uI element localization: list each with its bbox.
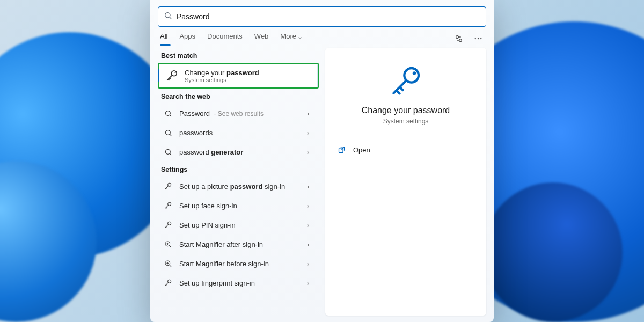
svg-point-9: [165, 111, 170, 115]
search-icon: [162, 107, 174, 119]
start-search-panel: All Apps Documents Web More ⌵ Best match: [150, 0, 494, 322]
open-label: Open: [353, 146, 370, 154]
svg-line-14: [170, 153, 171, 155]
svg-point-11: [165, 130, 170, 135]
tab-more[interactable]: More ⌵: [280, 32, 301, 45]
setting-pin-signin[interactable]: Set up PIN sign-in ›: [158, 215, 319, 235]
chevron-right-icon: ›: [307, 202, 314, 210]
svg-point-0: [165, 13, 170, 18]
web-result-password-generator[interactable]: password generator ›: [158, 142, 319, 162]
best-match-subtitle: System settings: [185, 77, 259, 83]
svg-point-17: [168, 222, 171, 225]
svg-point-4: [475, 38, 476, 39]
setting-magnifier-before[interactable]: Start Magnifier before sign-in ›: [158, 254, 319, 273]
magnifier-icon: [162, 238, 174, 250]
svg-line-1: [170, 17, 171, 19]
key-icon: [389, 64, 423, 98]
tab-web[interactable]: Web: [254, 32, 269, 45]
best-match-result[interactable]: Change your password System settings: [158, 63, 319, 89]
search-box[interactable]: [158, 6, 486, 27]
key-icon: [162, 180, 174, 192]
search-icon: [162, 127, 174, 138]
preview-title: Change your password: [336, 106, 475, 115]
chevron-right-icon: ›: [307, 240, 314, 248]
key-icon: [164, 68, 179, 83]
setting-magnifier-after[interactable]: Start Magnifier after sign-in ›: [158, 235, 319, 254]
open-action[interactable]: Open: [336, 140, 475, 160]
section-settings: Settings: [158, 162, 319, 177]
svg-point-28: [413, 71, 416, 75]
svg-point-3: [459, 39, 462, 41]
chevron-right-icon: ›: [307, 129, 314, 137]
chevron-right-icon: ›: [307, 260, 314, 268]
tab-all[interactable]: All: [160, 32, 167, 45]
more-options-icon[interactable]: [472, 33, 484, 45]
chevron-right-icon: ›: [307, 148, 314, 156]
preview-subtitle: System settings: [336, 118, 475, 125]
search-options-icon[interactable]: [453, 33, 465, 45]
results-list: Best match Change your password System s…: [158, 48, 319, 316]
section-best-match: Best match: [158, 48, 319, 63]
tab-apps[interactable]: Apps: [179, 32, 195, 45]
setting-fingerprint-signin[interactable]: Set up fingerprint sign-in ›: [158, 273, 319, 292]
filter-tabs: All Apps Documents Web More ⌵: [160, 32, 302, 45]
open-external-icon: [336, 144, 347, 155]
svg-point-16: [168, 202, 171, 206]
magnifier-icon: [162, 258, 174, 269]
web-result-password[interactable]: Password - See web results ›: [158, 104, 319, 123]
svg-point-8: [174, 72, 175, 73]
key-icon: [162, 277, 174, 289]
chevron-right-icon: ›: [307, 182, 314, 191]
svg-point-2: [456, 35, 459, 38]
svg-line-19: [170, 246, 171, 247]
section-search-web: Search the web: [158, 89, 319, 104]
search-icon: [164, 11, 172, 22]
svg-line-10: [170, 115, 171, 116]
svg-point-5: [478, 38, 479, 39]
search-input[interactable]: [172, 12, 480, 21]
setting-face-signin[interactable]: Set up face sign-in ›: [158, 196, 319, 215]
svg-point-13: [165, 149, 170, 154]
key-icon: [162, 200, 174, 211]
setting-picture-password[interactable]: Set up a picture password sign-in ›: [158, 177, 319, 196]
key-icon: [162, 219, 174, 231]
svg-point-15: [168, 183, 171, 186]
best-match-title: Change your password: [185, 69, 259, 77]
svg-line-12: [170, 134, 171, 136]
svg-point-26: [168, 280, 171, 283]
svg-line-23: [170, 265, 171, 267]
chevron-right-icon: ›: [307, 109, 314, 118]
chevron-right-icon: ›: [307, 221, 314, 229]
svg-point-7: [171, 71, 177, 76]
search-icon: [162, 146, 174, 158]
chevron-right-icon: ›: [307, 279, 314, 287]
web-result-passwords[interactable]: passwords ›: [158, 123, 319, 142]
svg-point-6: [480, 38, 481, 39]
preview-pane: Change your password System settings Ope…: [325, 48, 486, 316]
divider: [336, 135, 475, 135]
tab-documents[interactable]: Documents: [207, 32, 243, 45]
